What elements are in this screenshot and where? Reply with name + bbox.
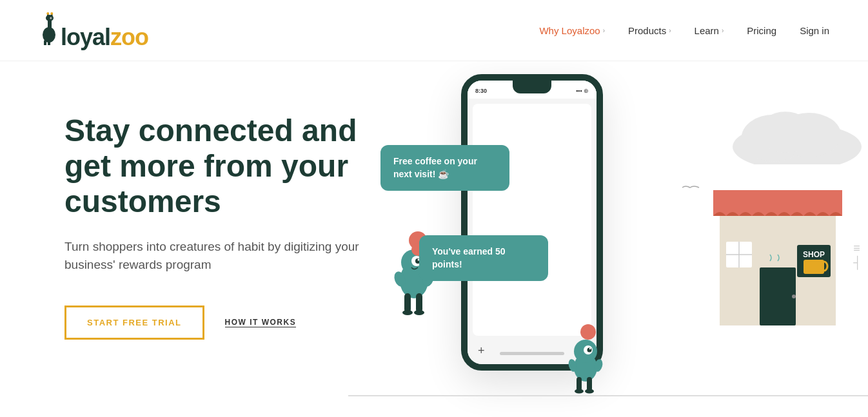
logo[interactable]: loyalzoo (39, 12, 148, 49)
nav-pricing[interactable]: Pricing (747, 25, 776, 36)
svg-point-5 (46, 12, 49, 15)
start-trial-button[interactable]: START FREE TRIAL (64, 305, 204, 340)
phone-time: 8:30 (475, 85, 487, 94)
hero-subtext: Turn shoppers into creatures of habit by… (64, 238, 361, 275)
svg-point-28 (414, 310, 424, 315)
svg-point-27 (402, 310, 413, 315)
shop-illustration: SHOP (713, 151, 842, 332)
svg-point-40 (585, 389, 594, 394)
main-nav: Why Loyalzoo › Products › Learn › Pricin… (539, 25, 829, 36)
phone-plus-icon: + (478, 344, 485, 358)
svg-rect-9 (44, 40, 46, 45)
bubble-1-text: Free coffee on your next visit! ☕ (393, 156, 477, 179)
nav-products[interactable]: Products › (628, 25, 671, 36)
svg-rect-1 (48, 19, 52, 34)
svg-rect-25 (404, 293, 411, 313)
svg-point-15 (759, 112, 812, 153)
svg-point-44 (792, 295, 796, 298)
svg-point-8 (51, 17, 52, 19)
chevron-down-icon: › (722, 27, 724, 34)
phone-home-indicator (500, 352, 564, 355)
svg-rect-43 (760, 267, 796, 325)
nav-why-loyalzoo[interactable]: Why Loyalzoo › (539, 25, 605, 36)
svg-point-29 (580, 324, 596, 340)
logo-zoo-text: zoo (110, 26, 148, 49)
how-it-works-link[interactable]: HOW IT WORKS (225, 318, 297, 327)
nav-learn[interactable]: Learn › (695, 25, 724, 36)
giraffe-icon (39, 12, 59, 45)
logo-loyal-text: loyal (61, 26, 110, 49)
chevron-down-icon: › (669, 27, 671, 34)
monster-2-illustration (561, 319, 613, 396)
header: loyalzoo Why Loyalzoo › Products › Learn… (0, 0, 868, 61)
birds-decoration (681, 184, 700, 193)
svg-point-6 (50, 12, 53, 15)
hero-heading: Stay connected and get more from your cu… (64, 113, 361, 220)
hero-illustration: 8:30 ▪▪▪ ⊛ + Free coffee on your next vi… (361, 61, 868, 417)
notification-bubble-1: Free coffee on your next visit! ☕ (380, 145, 509, 191)
decorative-lines: ≡┤ (853, 242, 862, 269)
nav-signin[interactable]: Sign in (800, 25, 829, 36)
svg-point-39 (575, 389, 584, 394)
cta-group: START FREE TRIAL HOW IT WORKS (64, 305, 361, 340)
phone-content (473, 104, 591, 336)
notification-bubble-2: You've earned 50 points! (419, 235, 548, 281)
phone-icons: ▪▪▪ ⊛ (576, 85, 589, 94)
svg-rect-10 (48, 40, 50, 45)
svg-rect-26 (416, 293, 422, 313)
hero-section: Stay connected and get more from your cu… (0, 61, 868, 417)
svg-point-34 (589, 348, 591, 349)
phone-notch (513, 81, 551, 93)
svg-text:SHOP: SHOP (803, 250, 825, 259)
hero-copy: Stay connected and get more from your cu… (0, 61, 361, 378)
chevron-down-icon: › (603, 27, 605, 34)
bubble-2-text: You've earned 50 points! (432, 246, 506, 269)
